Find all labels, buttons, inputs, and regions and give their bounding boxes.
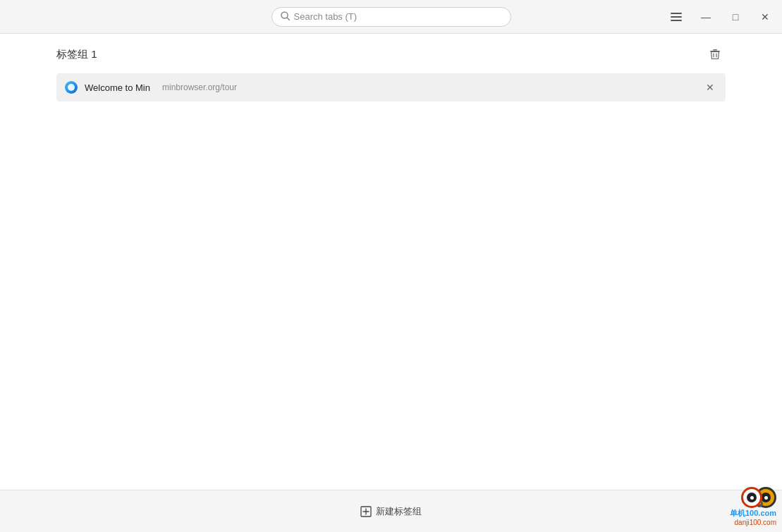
tab-url: minbrowser.org/tour bbox=[162, 82, 696, 92]
watermark-site: 单机100.com bbox=[730, 508, 776, 519]
search-placeholder: Search tabs (T) bbox=[294, 11, 358, 22]
close-button[interactable]: ✕ bbox=[751, 6, 779, 28]
trash-icon bbox=[709, 48, 721, 61]
tab-close-button[interactable]: ✕ bbox=[703, 80, 717, 94]
svg-rect-3 bbox=[713, 49, 717, 51]
new-tab-group-button[interactable]: 新建标签组 bbox=[352, 501, 430, 522]
minimize-button[interactable]: — bbox=[692, 6, 720, 28]
hamburger-icon bbox=[671, 13, 682, 21]
watermark: + 单机100.com danji100.com bbox=[730, 487, 776, 526]
maximize-icon: □ bbox=[733, 11, 738, 23]
new-tab-group-icon bbox=[360, 506, 372, 517]
close-icon: ✕ bbox=[761, 11, 769, 23]
tab-title: Welcome to Min bbox=[85, 82, 155, 93]
maximize-button[interactable]: □ bbox=[721, 6, 750, 28]
menu-button[interactable] bbox=[662, 6, 690, 28]
delete-group-button[interactable] bbox=[704, 44, 726, 65]
search-bar[interactable]: Search tabs (T) bbox=[271, 7, 511, 27]
tab-item[interactable]: Welcome to Min minbrowser.org/tour ✕ bbox=[56, 73, 726, 101]
svg-line-1 bbox=[287, 18, 290, 20]
new-tab-group-label: 新建标签组 bbox=[376, 505, 422, 518]
main-content: 标签组 1 Welcome to Min minbrowser.org/tour… bbox=[0, 34, 782, 490]
tab-favicon bbox=[65, 81, 78, 94]
tab-group-title: 标签组 1 bbox=[56, 48, 97, 61]
watermark-url: danji100.com bbox=[735, 519, 776, 526]
watermark-logo: + bbox=[741, 487, 776, 508]
minimize-icon: — bbox=[701, 11, 711, 23]
window-controls: — □ ✕ bbox=[662, 0, 782, 34]
search-icon bbox=[281, 11, 290, 23]
tab-group-header: 标签组 1 bbox=[56, 34, 726, 73]
bottom-bar: 新建标签组 bbox=[0, 490, 782, 532]
close-tab-icon: ✕ bbox=[706, 82, 714, 93]
